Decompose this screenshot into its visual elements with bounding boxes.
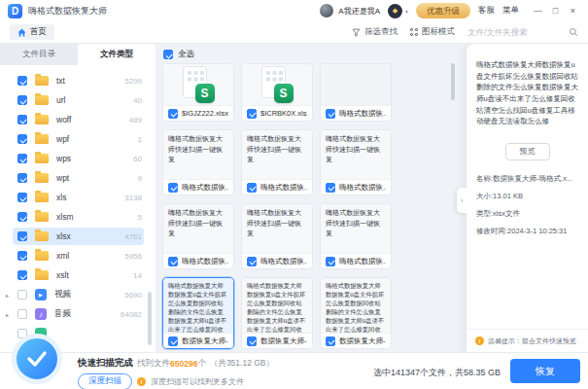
vip-badge-icon[interactable]: ◆: [388, 4, 402, 18]
preview-button[interactable]: 预览: [505, 143, 550, 160]
menu-link[interactable]: 菜单: [502, 5, 519, 17]
sidebar-item[interactable]: ▸ xslt 14: [0, 265, 156, 285]
expand-arrow-icon[interactable]: ▸: [6, 311, 14, 318]
bottom-bar: 快速扫描完成 找到文件 650296 个 （共351.12 GB） 深度扫描 !…: [0, 352, 588, 389]
item-checkbox[interactable]: [17, 309, 27, 319]
app-logo-icon: D: [8, 4, 22, 18]
close-icon[interactable]: ×: [566, 4, 580, 18]
item-checkbox[interactable]: [17, 134, 27, 144]
collapse-panel-button[interactable]: ›: [457, 188, 467, 213]
item-checkbox[interactable]: [17, 270, 27, 280]
sidebar-tab[interactable]: 文件类型: [78, 44, 156, 65]
file-name: 嗨格式数据恢...: [182, 257, 228, 266]
file-card[interactable]: S 嗨格式数据恢复大师快速扫描一键恢复 嗨格式数据恢...: [241, 129, 313, 195]
item-checkbox[interactable]: [17, 115, 27, 124]
icon-mode-button[interactable]: 图标模式: [410, 26, 455, 38]
item-checkbox[interactable]: [17, 76, 27, 86]
file-name-row: 嗨格式数据恢...: [321, 179, 391, 194]
file-checkbox[interactable]: [326, 336, 335, 346]
detail-panel: › 嗨格式数据恢复大师数据恢复u盘文件损坏怎么恢复数据回收站删除的文件怎么恢复数…: [467, 44, 588, 352]
sidebar-item[interactable]: ▸ xml 5956: [0, 246, 156, 265]
item-checkbox[interactable]: [17, 95, 27, 105]
sidebar-item[interactable]: ▸ url 40: [0, 90, 156, 110]
preview-text: 嗨格式数据恢复大师数据恢复u盘文件损坏怎么恢复数据回收站删除的文件怎么恢复数据恢…: [326, 282, 386, 333]
sidebar-scrollbar[interactable]: [148, 292, 152, 345]
file-checkbox[interactable]: [168, 183, 178, 193]
recover-button[interactable]: 恢复: [510, 359, 580, 383]
sidebar-tab[interactable]: 文件目录: [0, 44, 78, 65]
sidebar-item[interactable]: ▸ ♪ 音频 64082: [0, 304, 156, 324]
file-type-icon: [35, 95, 49, 105]
titlebar: D 嗨格式数据恢复大师 A我还是我A ◆ ▾ 优惠升级 客服 菜单 — □ ×: [0, 0, 588, 21]
sidebar-item[interactable]: ▸ woff 489: [0, 110, 156, 129]
sidebar-item[interactable]: ▸ wps 60: [0, 149, 156, 168]
file-preview: S: [242, 64, 312, 105]
sidebar-item[interactable]: ▸ xls 3138: [0, 188, 156, 207]
file-card[interactable]: S 嗨格式数据恢复大师数据恢复u盘文件损坏怎么恢复数据回收站删除的文件怎么恢复数…: [241, 277, 313, 349]
file-type-icon: [35, 251, 49, 261]
file-checkbox[interactable]: [247, 336, 257, 346]
support-link[interactable]: 客服: [478, 5, 495, 17]
file-card[interactable]: S 嗨格式数据恢复大师数据恢复u盘文件损坏怎么恢复数据回收站删除的文件怎么恢复数…: [320, 277, 392, 349]
file-checkbox[interactable]: [326, 183, 335, 193]
search-input[interactable]: [467, 27, 565, 37]
file-card[interactable]: S 嗨格式数据恢复大师快速扫描一键恢复 嗨格式数据恢...: [241, 203, 313, 269]
minimize-icon[interactable]: —: [531, 4, 545, 18]
file-card[interactable]: S 嗨格式数据恢复大师快速扫描一键恢复 嗨格式数据恢...: [162, 129, 234, 195]
select-all[interactable]: 全选: [163, 49, 194, 60]
file-checkbox[interactable]: [168, 257, 178, 266]
sidebar-item[interactable]: ▸ ▶ 视频 5690: [0, 285, 156, 304]
file-card[interactable]: S 嗨格式数据恢复大师数据恢复u盘文件损坏怎么恢复数据回收站删除的文件怎么恢复数…: [162, 277, 234, 349]
file-checkbox[interactable]: [168, 109, 178, 119]
maximize-icon[interactable]: □: [548, 4, 563, 18]
select-all-checkbox[interactable]: [163, 50, 173, 59]
file-name-row: $ICRBK0X.xlsx: [242, 105, 312, 121]
selection-summary: 选中141347个文件，共58.35 GB: [373, 367, 501, 379]
grid-scrollbar[interactable]: [451, 63, 455, 100]
excel-file-icon: S: [261, 66, 294, 103]
user-avatar[interactable]: [320, 4, 333, 18]
file-checkbox[interactable]: [247, 183, 257, 193]
chevron-down-icon[interactable]: ▾: [405, 8, 408, 15]
file-card[interactable]: S 嗨格式数据恢复大师快速扫描一键恢复 嗨格式数据恢...: [320, 129, 392, 195]
file-card[interactable]: S $IGJZ222.xlsx: [162, 63, 234, 122]
file-checkbox[interactable]: [247, 257, 257, 266]
item-checkbox[interactable]: [17, 173, 27, 183]
sidebar-item[interactable]: ▸ txt 5299: [0, 71, 156, 90]
item-label: txt: [56, 76, 65, 86]
file-checkbox[interactable]: [168, 336, 178, 346]
grid-view-icon: [410, 28, 418, 36]
file-card[interactable]: S 嗨格式数据恢复大师快速扫描一键恢复 嗨格式数据恢...: [162, 203, 234, 269]
sidebar-item[interactable]: ▸ wpf 1: [0, 129, 156, 149]
file-type-icon: [35, 212, 49, 222]
sidebar-item[interactable]: ▸ xlsx 4761: [0, 227, 156, 246]
file-checkbox[interactable]: [326, 257, 335, 266]
file-card[interactable]: S 嗨格式数据恢...: [320, 63, 392, 122]
deep-scan-button[interactable]: 深度扫描: [78, 373, 132, 389]
navbar: 首页 筛选查找 图标模式: [0, 21, 588, 44]
item-checkbox[interactable]: [17, 290, 27, 300]
item-label: woff: [56, 115, 71, 124]
sidebar-item[interactable]: ▸ wpt 9: [0, 168, 156, 188]
user-name[interactable]: A我还是我A: [338, 6, 380, 17]
deep-scan-tip: 深度扫描可以找到更多文件: [151, 376, 244, 387]
file-card[interactable]: S $ICRBK0X.xlsx: [241, 63, 313, 122]
detail-tip: ! 温馨提示：双击文件快速预览: [467, 329, 588, 352]
item-count: 5956: [124, 252, 142, 261]
file-card[interactable]: S 嗨格式数据恢复大师快速扫描一键恢复 嗨格式数据恢...: [320, 203, 392, 269]
expand-arrow-icon[interactable]: ▸: [6, 292, 14, 299]
item-checkbox[interactable]: [17, 193, 27, 202]
item-checkbox[interactable]: [17, 231, 27, 241]
search-icon[interactable]: [569, 27, 578, 37]
item-checkbox[interactable]: [17, 251, 27, 261]
file-checkbox[interactable]: [247, 109, 257, 119]
home-button[interactable]: 首页: [10, 24, 54, 40]
item-checkbox[interactable]: [17, 212, 27, 222]
file-name-row: 嗨格式数据恢...: [321, 253, 391, 268]
file-checkbox[interactable]: [326, 109, 335, 119]
found-count: 650296: [170, 359, 197, 369]
upgrade-button[interactable]: 优惠升级: [416, 3, 470, 18]
item-checkbox[interactable]: [17, 154, 27, 163]
sidebar-item[interactable]: ▸ xlsm 5: [0, 207, 156, 227]
filter-button[interactable]: 筛选查找: [352, 26, 398, 38]
